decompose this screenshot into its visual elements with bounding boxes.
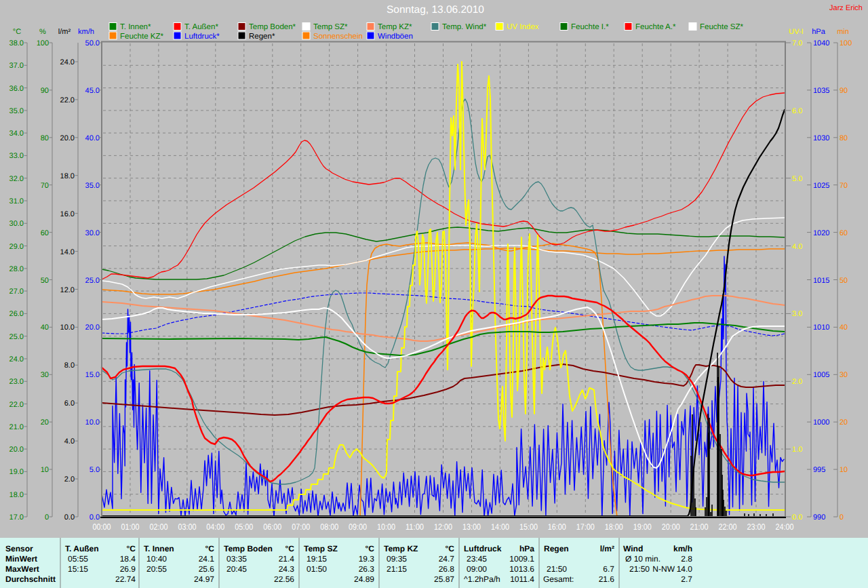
svg-text:24.3: 24.3 (279, 564, 295, 574)
svg-text:22.0: 22.0 (60, 96, 75, 104)
svg-text:Luftdruck*: Luftdruck* (184, 33, 220, 41)
svg-text:Jarz Erich: Jarz Erich (829, 4, 863, 12)
svg-text:19:00: 19:00 (633, 522, 652, 532)
svg-text:2.0: 2.0 (64, 475, 75, 484)
svg-text:10:00: 10:00 (377, 522, 395, 532)
svg-text:80: 80 (41, 134, 49, 142)
svg-text:20:45: 20:45 (226, 564, 247, 574)
svg-text:MinWert: MinWert (5, 554, 37, 564)
svg-text:21:50: 21:50 (629, 564, 650, 574)
svg-text:Sensor: Sensor (5, 544, 33, 553)
svg-text:60: 60 (41, 229, 49, 237)
svg-text:°C: °C (446, 544, 455, 553)
svg-text:34.0: 34.0 (9, 130, 24, 138)
svg-text:13:00: 13:00 (462, 522, 481, 532)
svg-text:Feuchte SZ*: Feuchte SZ* (700, 23, 743, 31)
svg-text:10: 10 (41, 466, 49, 474)
svg-text:21:50: 21:50 (547, 564, 567, 574)
svg-text:26.8: 26.8 (439, 564, 455, 574)
svg-text:Windböen: Windböen (378, 33, 413, 41)
svg-text:0.0: 0.0 (90, 513, 100, 522)
svg-text:100: 100 (37, 39, 49, 47)
svg-text:8.0: 8.0 (64, 361, 75, 370)
svg-text:20:55: 20:55 (146, 564, 167, 574)
svg-text:31.0: 31.0 (9, 197, 24, 205)
svg-text:06:00: 06:00 (263, 522, 281, 532)
svg-text:6.7: 6.7 (603, 564, 614, 574)
svg-text:23:00: 23:00 (747, 522, 766, 532)
svg-text:90: 90 (41, 87, 49, 95)
svg-text:24.97: 24.97 (194, 574, 214, 584)
svg-text:2.7: 2.7 (681, 574, 692, 584)
svg-text:25.0: 25.0 (9, 333, 24, 341)
svg-text:10:40: 10:40 (146, 554, 167, 564)
svg-text:19:15: 19:15 (307, 554, 327, 564)
svg-text:5.0: 5.0 (90, 466, 100, 474)
svg-text:15.0: 15.0 (85, 371, 100, 379)
svg-text:24.1: 24.1 (199, 554, 215, 564)
svg-text:2.0: 2.0 (792, 378, 802, 386)
svg-text:18.0: 18.0 (9, 491, 24, 499)
svg-text:21.6: 21.6 (599, 574, 615, 584)
svg-text:1030: 1030 (813, 134, 829, 142)
svg-text:40: 40 (41, 324, 49, 332)
svg-text:09:00: 09:00 (467, 564, 487, 574)
svg-text:T. Innen*: T. Innen* (120, 23, 151, 31)
svg-text:14:00: 14:00 (491, 522, 509, 532)
svg-text:Durchschnitt: Durchschnitt (5, 574, 56, 584)
svg-text:24:00: 24:00 (776, 522, 794, 532)
svg-text:22:00: 22:00 (719, 522, 737, 532)
svg-text:24.0: 24.0 (9, 355, 24, 364)
svg-text:Luftdruck: Luftdruck (464, 544, 502, 553)
svg-text:22.56: 22.56 (274, 574, 294, 584)
svg-text:50.0: 50.0 (85, 39, 100, 47)
svg-text:04:00: 04:00 (206, 522, 224, 532)
svg-text:24.0: 24.0 (60, 58, 75, 66)
svg-text:80: 80 (840, 134, 848, 142)
svg-text:03:00: 03:00 (178, 522, 196, 532)
svg-text:24.7: 24.7 (439, 554, 455, 564)
svg-text:05:55: 05:55 (68, 554, 88, 564)
svg-text:100: 100 (840, 39, 852, 47)
svg-text:min: min (837, 28, 849, 36)
svg-text:1020: 1020 (813, 229, 829, 237)
svg-text:18:00: 18:00 (605, 522, 623, 532)
svg-text:Gesamt:: Gesamt: (543, 574, 574, 584)
svg-text:09:00: 09:00 (349, 522, 367, 532)
svg-text:08:00: 08:00 (320, 522, 338, 532)
svg-text:30.0: 30.0 (9, 220, 24, 228)
svg-text:6.0: 6.0 (792, 107, 802, 115)
svg-text:995: 995 (813, 466, 825, 474)
svg-text:Sonntag, 13.06.2010: Sonntag, 13.06.2010 (387, 4, 484, 16)
svg-text:30.0: 30.0 (85, 229, 100, 237)
svg-text:01:50: 01:50 (307, 564, 327, 574)
svg-text:1010: 1010 (813, 324, 829, 332)
svg-text:0.0: 0.0 (792, 513, 802, 522)
svg-text:°C: °C (13, 28, 21, 36)
svg-text:1000: 1000 (813, 418, 829, 427)
svg-text:23:45: 23:45 (467, 554, 487, 564)
svg-text:1011.4: 1011.4 (510, 574, 534, 584)
svg-text:Feuchte I.*: Feuchte I.* (571, 23, 609, 31)
svg-text:3.0: 3.0 (792, 310, 802, 318)
svg-text:1005: 1005 (813, 371, 829, 379)
svg-text:00:00: 00:00 (93, 522, 111, 532)
svg-text:1015: 1015 (813, 277, 829, 285)
svg-text:36.0: 36.0 (9, 85, 24, 93)
svg-text:35.0: 35.0 (85, 182, 100, 190)
svg-text:02:00: 02:00 (149, 522, 167, 532)
svg-text:MaxWert: MaxWert (5, 564, 39, 574)
svg-text:4.0: 4.0 (64, 437, 75, 446)
svg-text:Temp. Wind*: Temp. Wind* (442, 23, 487, 31)
svg-text:T. Außen: T. Außen (65, 544, 99, 553)
svg-text:17:00: 17:00 (576, 522, 595, 532)
svg-text:0: 0 (840, 513, 844, 522)
svg-text:Sonnenschein: Sonnenschein (313, 33, 363, 41)
svg-text:50: 50 (41, 277, 49, 285)
svg-text:T. Außen*: T. Außen* (184, 23, 218, 31)
svg-text:°C: °C (127, 544, 136, 553)
svg-text:33.0: 33.0 (9, 152, 24, 160)
svg-text:20.0: 20.0 (60, 134, 75, 142)
svg-text:20: 20 (41, 418, 49, 427)
svg-text:22.74: 22.74 (115, 574, 136, 584)
